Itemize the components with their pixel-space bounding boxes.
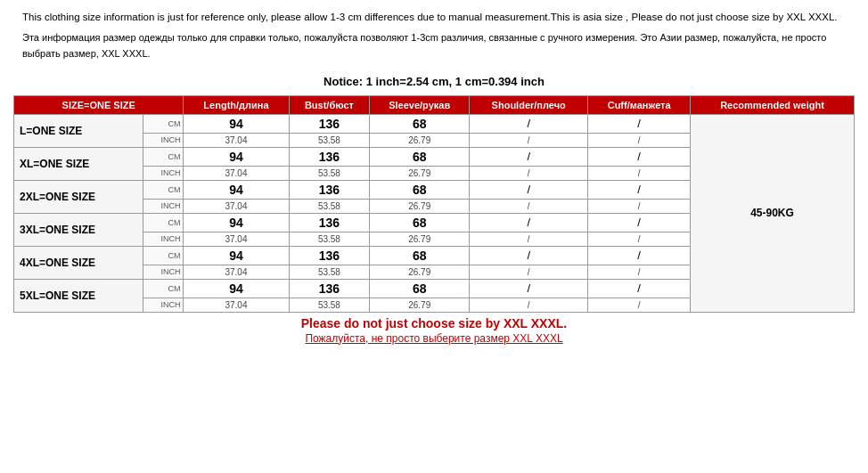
header-size: SIZE=ONE SIZE xyxy=(14,95,184,114)
table-cell: / xyxy=(588,166,691,180)
table-cell: 53.58 xyxy=(289,232,370,246)
table-cell: 53.58 xyxy=(289,265,370,279)
table-cell: 26.79 xyxy=(370,265,470,279)
unit-inch: INCH xyxy=(143,232,184,246)
table-cell: 26.79 xyxy=(370,166,470,180)
table-cell: / xyxy=(470,265,588,279)
table-cell: 68 xyxy=(370,147,470,166)
table-cell: 37.04 xyxy=(184,133,289,147)
footer-section: Please do not just choose size by XXL XX… xyxy=(13,316,855,345)
unit-cm: CM xyxy=(143,246,184,265)
unit-inch: INCH xyxy=(143,166,184,180)
unit-inch: INCH xyxy=(143,199,184,213)
table-cell: 37.04 xyxy=(184,166,289,180)
table-cell: 94 xyxy=(184,246,289,265)
table-cell: 94 xyxy=(184,180,289,199)
table-cell: 68 xyxy=(370,180,470,199)
table-cell: 68 xyxy=(370,114,470,133)
table-cell: 94 xyxy=(184,114,289,133)
unit-inch: INCH xyxy=(143,133,184,147)
notice-english: This clothing size information is just f… xyxy=(13,9,855,25)
table-cell: 68 xyxy=(370,246,470,265)
table-cell: / xyxy=(470,279,588,298)
table-cell: / xyxy=(470,133,588,147)
table-cell: 53.58 xyxy=(289,199,370,213)
size-label: 4XL=ONE SIZE xyxy=(14,246,143,279)
unit-cm: CM xyxy=(143,114,184,133)
unit-inch: INCH xyxy=(143,265,184,279)
table-cell: 136 xyxy=(289,114,370,133)
table-cell: 37.04 xyxy=(184,265,289,279)
size-label: 5XL=ONE SIZE xyxy=(14,279,143,312)
table-row: L=ONE SIZECM9413668//45-90KG xyxy=(14,114,855,133)
table-cell: / xyxy=(470,199,588,213)
header-shoulder: Shoulder/плечо xyxy=(470,95,588,114)
table-cell: 68 xyxy=(370,279,470,298)
table-cell: 53.58 xyxy=(289,298,370,312)
table-cell: 26.79 xyxy=(370,199,470,213)
table-cell: / xyxy=(588,298,691,312)
size-label: 3XL=ONE SIZE xyxy=(14,213,143,246)
table-cell: 136 xyxy=(289,213,370,232)
table-cell: / xyxy=(470,180,588,199)
unit-inch: INCH xyxy=(143,298,184,312)
unit-cm: CM xyxy=(143,279,184,298)
unit-cm: CM xyxy=(143,180,184,199)
header-cuff: Cuff/манжета xyxy=(588,95,691,114)
table-cell: / xyxy=(588,279,691,298)
table-cell: 94 xyxy=(184,279,289,298)
table-cell: / xyxy=(470,114,588,133)
table-cell: 37.04 xyxy=(184,232,289,246)
footer-english: Please do not just choose size by XXL XX… xyxy=(13,316,855,330)
table-cell: / xyxy=(588,265,691,279)
table-cell: 53.58 xyxy=(289,133,370,147)
size-label: L=ONE SIZE xyxy=(14,114,143,147)
table-cell: / xyxy=(470,232,588,246)
header-bust: Bust/бюст xyxy=(289,95,370,114)
table-cell: 94 xyxy=(184,213,289,232)
table-cell: 136 xyxy=(289,246,370,265)
table-cell: / xyxy=(588,199,691,213)
main-container: This clothing size information is just f… xyxy=(0,0,868,355)
table-cell: / xyxy=(588,133,691,147)
table-cell: 94 xyxy=(184,147,289,166)
unit-cm: CM xyxy=(143,147,184,166)
table-cell: / xyxy=(588,180,691,199)
table-cell: 136 xyxy=(289,279,370,298)
table-cell: / xyxy=(588,213,691,232)
header-length: Length/длина xyxy=(184,95,289,114)
size-table: SIZE=ONE SIZE Length/длина Bust/бюст Sle… xyxy=(13,95,855,313)
table-cell: 136 xyxy=(289,180,370,199)
table-cell: 68 xyxy=(370,213,470,232)
size-label: 2XL=ONE SIZE xyxy=(14,180,143,213)
table-cell: / xyxy=(588,246,691,265)
footer-russian: Пожалуйста, не просто выберите размер XX… xyxy=(13,332,855,345)
table-cell: 37.04 xyxy=(184,298,289,312)
notice-russian: Эта информация размер одежды только для … xyxy=(13,30,855,61)
size-label: XL=ONE SIZE xyxy=(14,147,143,180)
table-cell: / xyxy=(470,213,588,232)
header-recommended: Recommended weight xyxy=(691,95,855,114)
table-cell: 136 xyxy=(289,147,370,166)
table-cell: / xyxy=(588,232,691,246)
table-cell: / xyxy=(470,246,588,265)
table-cell: / xyxy=(588,114,691,133)
inch-notice: Notice: 1 inch=2.54 cm, 1 cm=0.394 inch xyxy=(13,71,855,92)
recommended-weight: 45-90KG xyxy=(691,114,855,312)
table-cell: 26.79 xyxy=(370,133,470,147)
table-cell: 37.04 xyxy=(184,199,289,213)
table-cell: / xyxy=(588,147,691,166)
table-cell: / xyxy=(470,298,588,312)
table-cell: 26.79 xyxy=(370,298,470,312)
unit-cm: CM xyxy=(143,213,184,232)
table-cell: 53.58 xyxy=(289,166,370,180)
table-cell: / xyxy=(470,147,588,166)
table-cell: / xyxy=(470,166,588,180)
table-cell: 26.79 xyxy=(370,232,470,246)
header-sleeve: Sleeve/рукав xyxy=(370,95,470,114)
